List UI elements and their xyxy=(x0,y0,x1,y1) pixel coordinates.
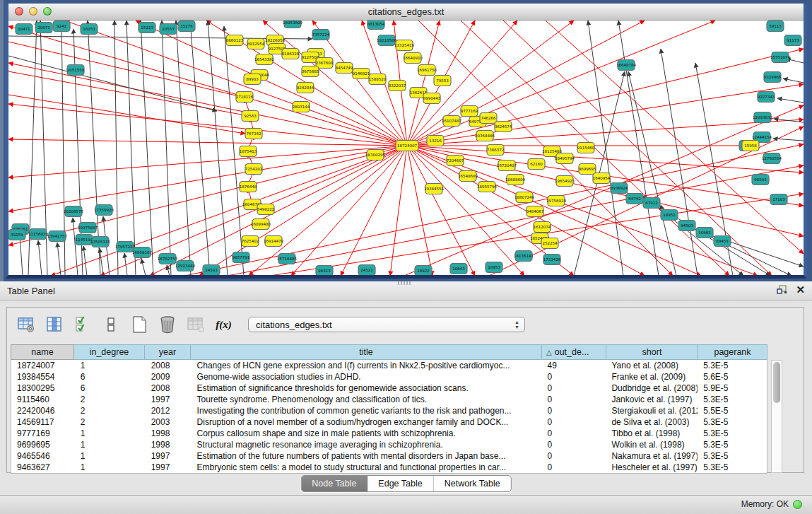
minimize-window-icon[interactable] xyxy=(29,7,37,16)
graph-node[interactable]: 67912 xyxy=(643,198,660,209)
graph-node[interactable]: 13325419 xyxy=(394,40,414,51)
show-columns-icon[interactable] xyxy=(45,315,64,334)
graph-node[interactable]: 2051550 xyxy=(67,65,85,76)
graph-node[interactable]: 64742 xyxy=(626,194,643,204)
column-header-title[interactable]: title xyxy=(191,344,542,360)
graph-node[interactable]: 8860123 xyxy=(226,35,244,46)
table-row[interactable]: 977716911998Corpus callosum shape and si… xyxy=(11,428,767,439)
graph-node[interactable]: 18955796 xyxy=(477,182,497,192)
window-titlebar[interactable]: citations_edges.txt xyxy=(8,4,804,21)
graph-node[interactable]: 20206576 xyxy=(64,206,83,217)
graph-node[interactable]: 8454749 xyxy=(336,63,353,74)
graph-node[interactable]: 18136141 xyxy=(514,251,534,262)
graph-node[interactable]: 2803144 xyxy=(293,102,310,112)
float-window-icon[interactable] xyxy=(777,285,787,295)
graph-node[interactable]: 7357224 xyxy=(312,30,330,40)
delete-table-icon[interactable] xyxy=(158,315,177,334)
graph-node[interactable]: 767342 xyxy=(245,129,262,139)
row-height-icon[interactable] xyxy=(101,315,120,334)
graph-node[interactable]: 1612074 xyxy=(534,222,551,233)
panel-splitter[interactable] xyxy=(398,281,412,285)
create-table-icon[interactable] xyxy=(129,315,148,334)
graph-node[interactable]: 17359928 xyxy=(94,205,114,216)
table-row[interactable]: 911546021997Tourette syndrome. Phenomeno… xyxy=(11,394,767,405)
graph-node[interactable]: 18495794 xyxy=(555,153,575,164)
table-row[interactable]: 946362711997Embryonic stem cells: a mode… xyxy=(11,462,767,473)
graph-node[interactable]: 62160 xyxy=(528,159,545,170)
graph-node[interactable]: 20871 xyxy=(35,23,52,33)
function-builder-icon[interactable]: f(x) xyxy=(214,315,233,334)
column-header-pagerank[interactable]: pagerank xyxy=(698,344,767,360)
table-settings-icon[interactable] xyxy=(16,315,35,334)
graph-node[interactable]: 15276 xyxy=(178,21,195,32)
column-header-out_de[interactable]: △out_de... xyxy=(542,344,606,360)
table-row[interactable]: 1830029562008Estimation of significance … xyxy=(11,382,767,394)
graph-node[interactable]: 91173 xyxy=(784,35,801,46)
graph-node[interactable]: 18471 xyxy=(16,24,33,35)
graph-node[interactable]: 20364486 xyxy=(475,131,495,141)
graph-node[interactable]: 9146821 xyxy=(353,69,370,79)
graph-node[interactable]: 16107487 xyxy=(442,116,461,127)
graph-node[interactable]: 9241 xyxy=(53,21,70,32)
graph-node[interactable]: 18922 xyxy=(415,266,432,276)
table-scrollbar[interactable] xyxy=(771,360,782,473)
graph-node[interactable]: 16640910 xyxy=(403,53,423,64)
graph-node[interactable]: 24521 xyxy=(358,265,375,276)
graph-node[interactable]: 18952 xyxy=(661,210,678,221)
graph-node[interactable]: 13216 xyxy=(427,136,444,146)
graph-node[interactable]: 16648784 xyxy=(616,60,636,71)
graph-node[interactable]: 1876448 xyxy=(240,182,257,192)
zoom-window-icon[interactable] xyxy=(43,7,52,16)
graph-node[interactable]: 12093832 xyxy=(753,112,772,123)
graph-node[interactable]: 8912954 xyxy=(247,39,265,49)
graph-node[interactable]: 9484067 xyxy=(526,206,544,217)
graph-node[interactable]: 9699695 xyxy=(579,164,596,175)
graph-node[interactable]: 746266 xyxy=(480,113,497,124)
graph-node[interactable]: 13942757 xyxy=(47,231,67,242)
graph-node[interactable]: 96313 xyxy=(316,266,333,276)
graph-node[interactable]: 10963 xyxy=(696,228,713,238)
graph-node[interactable]: 5498222 xyxy=(257,204,275,215)
graph-node[interactable]: 7254202 xyxy=(245,164,263,175)
graph-node[interactable]: 92563 xyxy=(242,111,259,122)
table-select-dropdown[interactable]: citations_edges.txt ▲▼ xyxy=(248,317,525,332)
graph-node[interactable]: 16099488 xyxy=(251,219,271,230)
graph-node[interactable]: 252254 xyxy=(541,238,558,249)
graph-node[interactable]: 19654923 xyxy=(555,176,575,187)
graph-node[interactable]: 18953 xyxy=(486,262,502,273)
graph-node[interactable]: 2367608 xyxy=(316,58,334,69)
graph-node[interactable]: 7204607 xyxy=(447,156,464,166)
graph-node[interactable]: 94503 xyxy=(678,221,695,231)
close-window-icon[interactable] xyxy=(15,7,23,16)
tab-edge-table[interactable]: Edge Table xyxy=(367,476,433,491)
graph-node[interactable]: 10688609 xyxy=(505,175,525,185)
graph-node[interactable]: 8990443 xyxy=(423,93,441,104)
graph-node[interactable]: 17103 xyxy=(770,194,787,205)
graph-node[interactable]: 24503 xyxy=(203,265,220,276)
graph-node[interactable]: 9115460 xyxy=(577,143,595,153)
graph-node[interactable]: 30975887 xyxy=(78,223,98,233)
graph-node[interactable]: 8186328 xyxy=(282,49,300,59)
graph-node[interactable]: 8938924 xyxy=(611,183,628,194)
graph-node[interactable]: 9227343 xyxy=(758,92,775,103)
graph-node[interactable]: 3624574 xyxy=(495,122,512,132)
graph-node-hub[interactable]: 18724007 xyxy=(396,141,418,151)
table-row[interactable]: 2242004622012Investigating the contribut… xyxy=(11,405,767,416)
graph-node[interactable]: 9777169 xyxy=(461,106,478,117)
tab-node-table[interactable]: Node Table xyxy=(301,476,367,491)
graph-node[interactable]: 7386372 xyxy=(487,145,505,156)
network-canvas[interactable]: 1847120871924116053152231055315276205155… xyxy=(8,21,804,275)
graph-node[interactable]: 39159 xyxy=(8,230,25,240)
table-row[interactable]: 1938455462009Genome-wide association stu… xyxy=(11,371,767,382)
scrollbar-thumb[interactable] xyxy=(773,362,780,403)
graph-node[interactable]: 16961758 xyxy=(417,65,437,76)
graph-node[interactable]: 16543382 xyxy=(254,54,274,65)
graph-node[interactable]: 7625402 xyxy=(242,236,259,247)
graph-node[interactable]: 89903 xyxy=(244,74,261,85)
graph-node[interactable]: 9329966 xyxy=(764,72,782,83)
graph-node[interactable]: 9242844 xyxy=(297,83,314,93)
graph-node[interactable]: 98503 xyxy=(752,175,769,185)
graph-node[interactable]: 15751074 xyxy=(770,52,790,63)
table-row[interactable]: 969969511998Structural magnetic resonanc… xyxy=(11,439,767,450)
graph-node[interactable]: 15223 xyxy=(139,23,155,33)
